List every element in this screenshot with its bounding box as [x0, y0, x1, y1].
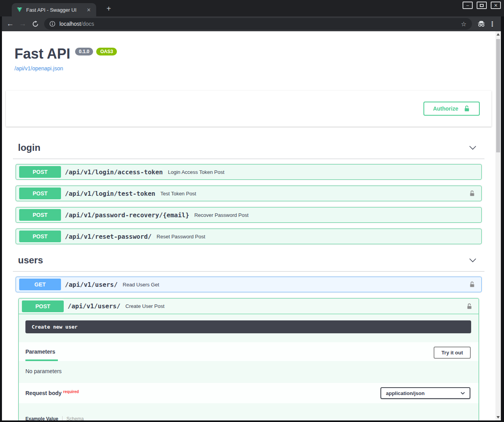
- required-label: required: [63, 390, 79, 394]
- method-badge: POST: [19, 231, 61, 242]
- window-frame: ← → localhost/docs ☆: [0, 16, 504, 422]
- method-badge: POST: [22, 300, 64, 312]
- media-type-select[interactable]: application/json: [380, 387, 470, 399]
- incognito-icon: [476, 18, 487, 29]
- scroll-up-button[interactable]: [495, 31, 501, 38]
- section-title: login: [18, 142, 40, 153]
- operation-path: /api/v1/reset-password/: [65, 233, 152, 240]
- operation-list: POST /api/v1/login/access-token Login Ac…: [16, 164, 482, 244]
- version-badge: 0.1.0: [75, 48, 93, 55]
- op-reset-password[interactable]: POST /api/v1/reset-password/ Reset Passw…: [16, 229, 482, 244]
- tab-title: Fast API - Swagger UI: [26, 7, 82, 13]
- method-badge: POST: [19, 188, 61, 199]
- maximize-icon: [480, 4, 484, 7]
- authorize-label: Authorize: [433, 106, 458, 112]
- reload-icon: [32, 21, 39, 27]
- url-text: localhost/docs: [59, 21, 456, 27]
- request-body-label: Request bodyrequired: [25, 390, 79, 396]
- no-parameters-text: No parameters: [19, 361, 479, 383]
- browser-window: Fast API - Swagger UI ✕ + – ✕ ← →: [0, 0, 504, 422]
- op-login-test-token[interactable]: POST /api/v1/login/test-token Test Token…: [16, 186, 482, 201]
- operation-path: /api/v1/users/: [68, 302, 120, 310]
- operation-summary: Read Users Get: [123, 282, 466, 288]
- operation-summary: Reset Password Post: [157, 234, 478, 240]
- tab-close-icon[interactable]: ✕: [85, 6, 92, 13]
- scheme-container: Authorize: [6, 91, 491, 127]
- operation-path: /api/v1/users/: [65, 281, 118, 288]
- unlock-icon: [463, 105, 470, 112]
- swagger-page: Fast API 0.1.0 OAS3 /api/v1/openapi.json…: [2, 31, 501, 420]
- media-type-value: application/json: [386, 390, 425, 396]
- auth-lock-button[interactable]: [466, 281, 478, 288]
- example-schema-tabs: Example Value Schema: [25, 416, 472, 420]
- page-info-icon[interactable]: [49, 21, 56, 27]
- chevron-down-icon[interactable]: [469, 258, 477, 263]
- operation-path: /api/v1/login/test-token: [65, 190, 155, 197]
- auth-lock-button[interactable]: [463, 303, 475, 310]
- method-badge: POST: [19, 209, 61, 221]
- unlock-icon: [469, 190, 475, 197]
- auth-lock-button[interactable]: [466, 190, 478, 197]
- scrollbar-thumb[interactable]: [496, 39, 500, 152]
- browser-toolbar: ← → localhost/docs ☆: [2, 16, 501, 31]
- new-tab-button[interactable]: +: [104, 4, 113, 13]
- page-viewport: Fast API 0.1.0 OAS3 /api/v1/openapi.json…: [2, 31, 501, 420]
- bookmark-star-icon[interactable]: ☆: [460, 20, 467, 28]
- section-login-header[interactable]: login: [13, 138, 484, 159]
- request-body-text: Request body: [25, 390, 62, 396]
- scroll-up-icon: [497, 33, 500, 36]
- try-it-out-button[interactable]: Try it out: [434, 347, 471, 359]
- chevron-down-icon[interactable]: [469, 145, 477, 150]
- operation-path: /api/v1/password-recovery/{email}: [65, 211, 189, 219]
- minimize-button[interactable]: –: [463, 2, 473, 9]
- unlock-icon: [469, 281, 475, 288]
- operation-summary: Login Access Token Post: [168, 169, 478, 175]
- parameters-tab[interactable]: Parameters: [25, 349, 58, 361]
- section-login: login POST /api/v1/login/access-token Lo…: [13, 138, 484, 244]
- unlock-icon: [466, 303, 473, 310]
- section-users-header[interactable]: users: [13, 250, 484, 272]
- operation-description: Create new user: [25, 320, 471, 333]
- tab-schema[interactable]: Schema: [62, 416, 84, 420]
- maximize-button[interactable]: [477, 2, 487, 9]
- operation-path: /api/v1/login/access-token: [65, 168, 163, 176]
- back-button[interactable]: ←: [4, 18, 16, 30]
- browser-menu-icon[interactable]: ⋮: [488, 20, 497, 28]
- request-body-header: Request bodyrequired application/json: [19, 383, 479, 403]
- parameters-header: Parameters Try it out: [19, 342, 479, 361]
- page-scrollbar[interactable]: [495, 31, 501, 420]
- scroll-down-button[interactable]: [495, 414, 501, 420]
- operation-summary: Recover Password Post: [194, 212, 478, 218]
- op-read-users[interactable]: GET /api/v1/users/ Read Users Get: [16, 277, 482, 292]
- forward-button[interactable]: →: [17, 18, 29, 30]
- method-badge: POST: [19, 166, 61, 178]
- section-title: users: [18, 255, 43, 266]
- operation-list: GET /api/v1/users/ Read Users Get: [16, 277, 482, 420]
- section-users: users GET /api/v1/users/ Read Users Get: [13, 250, 484, 420]
- page-title: Fast API: [14, 45, 70, 62]
- window-controls: – ✕: [463, 2, 501, 9]
- api-badges: 0.1.0 OAS3: [75, 48, 117, 55]
- op-password-recovery[interactable]: POST /api/v1/password-recovery/{email} R…: [16, 207, 482, 223]
- authorize-button[interactable]: Authorize: [423, 102, 480, 116]
- url-path: /docs: [81, 21, 94, 27]
- op-create-user-expanded: POST /api/v1/users/ Create User Post: [18, 298, 479, 420]
- browser-tab[interactable]: Fast API - Swagger UI ✕: [12, 3, 96, 16]
- select-chevron-icon: [461, 392, 465, 395]
- openapi-spec-link[interactable]: /api/v1/openapi.json: [14, 65, 63, 72]
- method-badge: GET: [19, 279, 61, 290]
- oas3-badge: OAS3: [96, 48, 117, 55]
- operation-summary: Create User Post: [126, 303, 463, 309]
- tab-example-value[interactable]: Example Value: [25, 416, 58, 420]
- address-bar[interactable]: localhost/docs ☆: [44, 18, 472, 30]
- close-button[interactable]: ✕: [491, 2, 501, 9]
- api-info: Fast API 0.1.0 OAS3 /api/v1/openapi.json: [2, 31, 495, 72]
- operation-summary: Test Token Post: [160, 191, 466, 197]
- url-host: localhost: [59, 21, 81, 27]
- op-create-user-header[interactable]: POST /api/v1/users/ Create User Post: [19, 299, 479, 314]
- tab-strip: Fast API - Swagger UI ✕ + – ✕: [0, 0, 504, 16]
- vue-favicon-icon: [16, 7, 23, 13]
- op-login-access-token[interactable]: POST /api/v1/login/access-token Login Ac…: [16, 164, 482, 180]
- scroll-down-icon: [497, 416, 500, 418]
- reload-button[interactable]: [29, 18, 41, 30]
